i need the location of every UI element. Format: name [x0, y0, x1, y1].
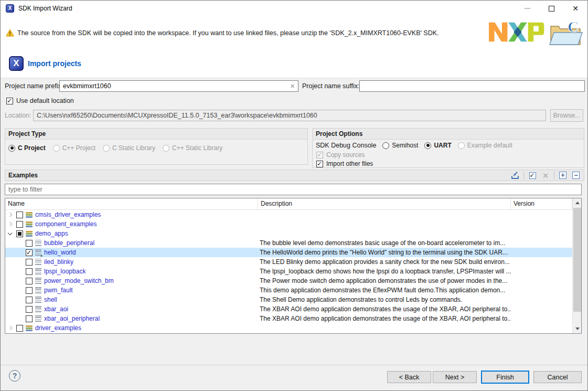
category-stack-icon — [26, 220, 33, 228]
tree-row-iled_blinky[interactable]: iled_blinkyThe LED Blinky demo applicati… — [5, 257, 572, 267]
copy-sources-checkbox — [316, 152, 323, 158]
column-header-description[interactable]: Description — [258, 198, 511, 209]
radio-uart[interactable]: UART — [424, 142, 451, 149]
tree-checkbox[interactable] — [26, 268, 33, 275]
help-button[interactable]: ? — [9, 370, 20, 382]
tree-row-xbar_aoi[interactable]: xbar_aoiThe XBAR AOI demo application de… — [5, 304, 572, 314]
category-stack-icon — [26, 230, 33, 237]
examples-filter-input[interactable] — [5, 184, 582, 195]
example-name-link[interactable]: bubble_peripheral — [44, 239, 94, 247]
toolbar-separator — [554, 172, 554, 179]
category-stack-icon — [26, 211, 33, 218]
tree-checkbox[interactable] — [26, 287, 33, 294]
example-file-icon — [35, 297, 41, 303]
name-cell: demo_apps — [5, 229, 258, 238]
finish-button[interactable]: Finish — [481, 371, 529, 384]
project-options-title: Project Options — [313, 129, 584, 140]
tree-row-bubble_peripheral[interactable]: bubble_peripheralThe bubble level demo d… — [5, 238, 572, 248]
select-all-icon[interactable] — [528, 171, 537, 180]
tree-checkbox[interactable] — [26, 240, 33, 247]
tree-row-hello_world[interactable]: hello_worldThe HelloWorld demo prints th… — [5, 248, 572, 257]
tree-row-demo_apps[interactable]: demo_apps — [5, 229, 572, 238]
name-cell: iled_blinky — [5, 257, 258, 267]
tree-checkbox[interactable] — [26, 315, 33, 322]
tree-row-pwm_fault[interactable]: pwm_faultThis demo application demonstra… — [5, 286, 572, 295]
example-name-link[interactable]: driver_examples — [35, 324, 81, 332]
example-description: The lpspi_loopback demo shows how the lp… — [258, 268, 511, 275]
radio-c-static-library: C Static Library — [103, 144, 155, 152]
tree-checkbox[interactable] — [16, 212, 23, 218]
window-title: SDK Import Wizard — [18, 5, 72, 12]
collapse-all-icon[interactable]: − — [571, 171, 581, 180]
name-cell: driver_examples — [5, 323, 258, 333]
maximize-button[interactable] — [539, 1, 563, 16]
expand-all-icon[interactable]: + — [558, 171, 568, 180]
example-name-link[interactable]: pwm_fault — [44, 287, 73, 294]
name-cell: xbar_aoi_peripheral — [5, 314, 258, 323]
example-name-link[interactable]: iled_blinky — [44, 258, 73, 266]
example-name-link[interactable]: cmsis_driver_examples — [35, 211, 101, 218]
example-name-link[interactable]: xbar_aoi_peripheral — [44, 315, 100, 322]
tree-row-lpspi_loopback[interactable]: lpspi_loopbackThe lpspi_loopback demo sh… — [5, 267, 572, 276]
collapse-node-icon[interactable] — [8, 230, 12, 235]
radio-icon — [424, 142, 431, 149]
import-other-files-checkbox[interactable] — [316, 161, 323, 167]
column-header-name[interactable]: Name — [5, 198, 258, 209]
name-cell: power_mode_switch_bm — [5, 276, 258, 286]
tree-row-driver_examples[interactable]: driver_examples — [5, 323, 572, 333]
expand-node-icon[interactable] — [8, 213, 12, 217]
import-example-icon[interactable] — [510, 171, 520, 180]
radio-label: C++ Static Library — [172, 144, 222, 152]
tree-checkbox[interactable] — [26, 259, 33, 266]
use-default-location-checkbox[interactable] — [6, 98, 13, 104]
prefix-input[interactable] — [59, 80, 298, 92]
prefix-label: Project name prefix: — [5, 82, 63, 90]
tree-checkbox[interactable] — [26, 297, 33, 303]
example-name-link[interactable]: power_mode_switch_bm — [44, 277, 114, 284]
column-header-version[interactable]: Version — [511, 198, 572, 209]
radio-semihost[interactable]: Semihost — [382, 142, 418, 149]
tree-checkbox[interactable] — [16, 325, 23, 332]
example-name-link[interactable]: xbar_aoi — [44, 305, 68, 313]
cancel-button[interactable]: Cancel — [533, 371, 582, 383]
sdk-import-wizard-dialog: X SDK Import Wizard ✕ The source from th… — [0, 0, 588, 391]
tree-checkbox[interactable] — [16, 221, 23, 228]
tree-checkbox[interactable] — [26, 306, 33, 313]
expand-node-icon[interactable] — [8, 326, 12, 330]
example-description: The Shell Demo application demonstrates … — [258, 296, 511, 303]
scroll-up-icon[interactable] — [573, 198, 582, 207]
name-cell: lpspi_loopback — [5, 267, 258, 276]
radio-label: C Static Library — [112, 144, 155, 152]
example-name-link[interactable]: demo_apps — [35, 230, 68, 237]
name-cell: bubble_peripheral — [5, 238, 258, 248]
example-name-link[interactable]: component_examples — [35, 220, 97, 228]
tree-checkbox[interactable] — [26, 249, 33, 256]
location-input — [33, 110, 546, 121]
example-name-link[interactable]: shell — [44, 296, 57, 303]
clear-prefix-icon[interactable]: ✕ — [290, 83, 295, 90]
suffix-input[interactable] — [359, 80, 585, 92]
scrollbar-thumb[interactable] — [573, 208, 581, 312]
table-scrollbar[interactable] — [572, 198, 581, 333]
close-button[interactable]: ✕ — [563, 1, 587, 16]
example-name-link[interactable]: hello_world — [44, 249, 76, 256]
tree-row-cmsis_driver_examples[interactable]: cmsis_driver_examples — [5, 210, 572, 219]
tree-checkbox[interactable] — [26, 278, 33, 284]
scroll-down-icon[interactable] — [573, 324, 582, 333]
radio-c-project[interactable]: C Project — [8, 144, 46, 152]
example-file-icon — [35, 278, 41, 284]
tree-row-shell[interactable]: shellThe Shell Demo application demonstr… — [5, 295, 572, 304]
tree-checkbox[interactable] — [16, 230, 23, 237]
expand-node-icon[interactable] — [8, 222, 12, 226]
tree-row-component_examples[interactable]: component_examples — [5, 219, 572, 229]
example-name-link[interactable]: lpspi_loopback — [44, 268, 85, 275]
radio-label: C Project — [18, 144, 46, 152]
tree-row-xbar_aoi_peripheral[interactable]: xbar_aoi_peripheralThe XBAR AOI demo app… — [5, 314, 572, 323]
radio-icon — [53, 145, 60, 152]
example-description: This demo application demonstrates the E… — [258, 287, 511, 294]
name-cell: shell — [5, 295, 258, 304]
back-button[interactable]: < Back — [387, 371, 431, 383]
minimize-icon — [525, 8, 530, 9]
next-button[interactable]: Next > — [433, 371, 477, 383]
tree-row-power_mode_switch_bm[interactable]: power_mode_switch_bmThe Power mode switc… — [5, 276, 572, 286]
